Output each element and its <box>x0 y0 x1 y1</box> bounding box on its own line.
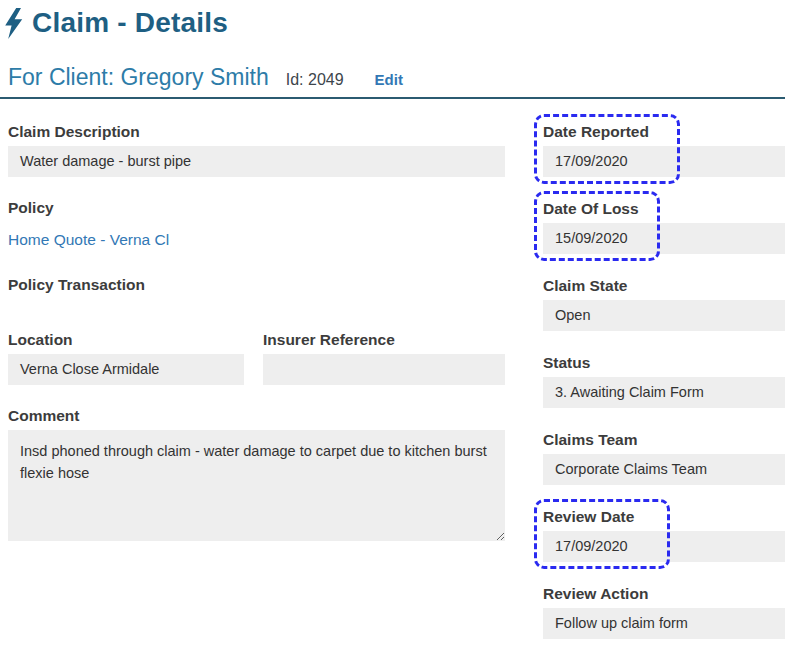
right-column: Date Reported 17/09/2020 Date Of Loss 15… <box>543 123 785 654</box>
claim-state-label: Claim State <box>543 277 785 295</box>
insurer-reference-value <box>263 354 505 385</box>
field-location: Location Verna Close Armidale <box>8 331 244 385</box>
status-label: Status <box>543 354 785 372</box>
field-review-action: Review Action Follow up claim form <box>543 585 785 639</box>
date-of-loss-label: Date Of Loss <box>543 200 785 218</box>
lightning-bolt-icon <box>4 8 23 39</box>
location-insurer-row: Location Verna Close Armidale Insurer Re… <box>8 331 505 385</box>
title-row: Claim - Details <box>4 7 777 39</box>
comment-textarea[interactable]: Insd phoned through claim - water damage… <box>8 430 505 541</box>
policy-label: Policy <box>8 199 505 217</box>
status-value: 3. Awaiting Claim Form <box>543 377 785 408</box>
claims-team-label: Claims Team <box>543 431 785 449</box>
page-header: Claim - Details For Client: Gregory Smit… <box>0 0 785 91</box>
location-value: Verna Close Armidale <box>8 354 244 385</box>
page-title: Claim - Details <box>32 7 228 39</box>
review-date-value: 17/09/2020 <box>543 531 785 562</box>
field-claims-team: Claims Team Corporate Claims Team <box>543 431 785 485</box>
claim-details-form: Claim Description Water damage - burst p… <box>0 99 785 654</box>
field-policy: Policy Home Quote - Verna Cl <box>8 199 505 249</box>
left-column: Claim Description Water damage - burst p… <box>8 123 505 654</box>
date-reported-label: Date Reported <box>543 123 785 141</box>
policy-link[interactable]: Home Quote - Verna Cl <box>8 231 169 249</box>
comment-label: Comment <box>8 407 505 425</box>
insurer-reference-label: Insurer Reference <box>263 331 505 349</box>
claim-description-label: Claim Description <box>8 123 505 141</box>
claims-team-value: Corporate Claims Team <box>543 454 785 485</box>
policy-transaction-label: Policy Transaction <box>8 276 505 294</box>
review-date-label: Review Date <box>543 508 785 526</box>
claim-description-value: Water damage - burst pipe <box>8 146 505 177</box>
field-review-date: Review Date 17/09/2020 <box>543 508 785 562</box>
client-id: Id: 2049 <box>286 71 344 89</box>
edit-link[interactable]: Edit <box>375 71 403 88</box>
client-subtitle: For Client: Gregory Smith <box>8 64 269 91</box>
field-date-reported: Date Reported 17/09/2020 <box>543 123 785 177</box>
field-comment: Comment Insd phoned through claim - wate… <box>8 407 505 541</box>
date-of-loss-value: 15/09/2020 <box>543 223 785 254</box>
field-date-of-loss: Date Of Loss 15/09/2020 <box>543 200 785 254</box>
location-label: Location <box>8 331 244 349</box>
field-insurer-reference: Insurer Reference <box>263 331 505 385</box>
review-action-label: Review Action <box>543 585 785 603</box>
field-claim-description: Claim Description Water damage - burst p… <box>8 123 505 177</box>
client-row: For Client: Gregory Smith Id: 2049 Edit <box>4 64 777 91</box>
field-policy-transaction: Policy Transaction <box>8 276 505 294</box>
date-reported-value: 17/09/2020 <box>543 146 785 177</box>
review-action-value: Follow up claim form <box>543 608 785 639</box>
field-status: Status 3. Awaiting Claim Form <box>543 354 785 408</box>
claim-state-value: Open <box>543 300 785 331</box>
field-claim-state: Claim State Open <box>543 277 785 331</box>
